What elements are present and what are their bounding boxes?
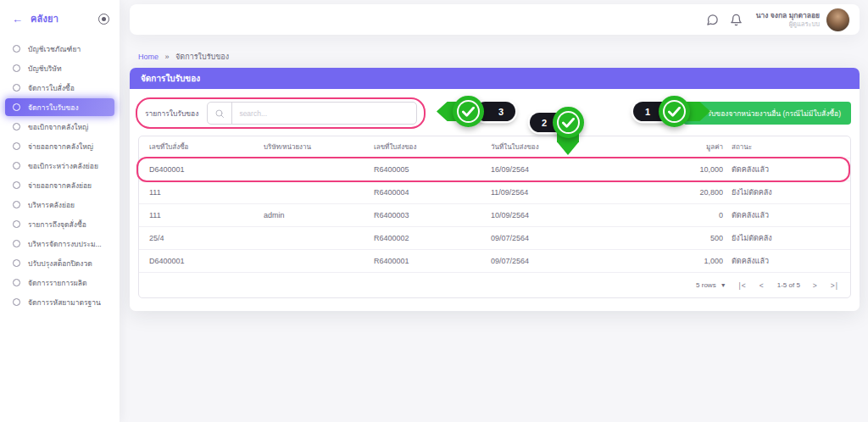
radio-circle-icon	[13, 298, 20, 306]
sidebar-item[interactable]: ขอเบิกระหว่างคลังย่อย	[5, 157, 114, 175]
sidebar-item-label: จัดการใบสั่งซื้อ	[28, 82, 75, 94]
prev-page-button[interactable]: <	[760, 281, 765, 290]
table-cell: 500	[664, 234, 723, 242]
table-cell: 09/07/2564	[491, 234, 664, 242]
table-row[interactable]: 111R640000411/09/256420,800ยังไม่ตัดคลัง	[139, 180, 850, 203]
column-header: บริษัท/หน่วยงาน	[264, 142, 374, 153]
table-cell: R6400003	[374, 211, 491, 219]
back-arrow-icon[interactable]: ←	[12, 14, 23, 25]
sidebar-item[interactable]: ขอเบิกจากคลังใหญ่	[5, 118, 114, 136]
sidebar-item[interactable]: จัดการรายการผลิต	[5, 274, 114, 292]
table-cell: admin	[264, 211, 374, 219]
breadcrumb-home-link[interactable]: Home	[138, 53, 159, 61]
sidebar-item-label: จัดการรายการผลิต	[28, 277, 87, 289]
table-cell: R6400005	[374, 165, 491, 174]
sidebar-item-label: จ่ายออกจากคลังใหญ่	[28, 141, 93, 153]
last-page-button[interactable]: >|	[831, 281, 838, 290]
sidebar-item-label: ขอเบิกระหว่างคลังย่อย	[28, 160, 98, 172]
table-cell: 0	[664, 211, 723, 219]
pagination: 5 rows ▼ |< < 1-5 of 5 > >|	[139, 272, 850, 297]
table-cell: ยังไม่ตัดคลัง	[723, 186, 850, 198]
sidebar-item[interactable]: บริหารคลังย่อย	[5, 196, 114, 214]
table-cell: D6400001	[149, 257, 264, 265]
first-page-button[interactable]: |<	[739, 281, 747, 290]
user-role: ผู้ดูแลระบบ	[756, 20, 820, 28]
search-area: รายการใบรับของ	[138, 98, 426, 128]
sidebar-item-label: บริหารคลังย่อย	[28, 199, 75, 211]
table-cell: ตัดคลังแล้ว	[723, 164, 850, 175]
table-cell: ยังไม่ตัดคลัง	[723, 232, 850, 244]
pagination-range: 1-5 of 5	[777, 281, 800, 289]
sidebar-item-label: บัญชีบริษัท	[28, 63, 62, 75]
chat-icon[interactable]	[704, 10, 722, 29]
breadcrumb-current: จัดการใบรับของ	[175, 53, 229, 61]
table-cell: 25/4	[149, 234, 264, 242]
table-cell: 1,000	[664, 257, 723, 265]
table-header-row: เลขที่ใบสั่งซื้อบริษัท/หน่วยงานเลขที่ใบส…	[139, 136, 850, 158]
table-cell: 111	[149, 211, 264, 219]
search-input[interactable]	[232, 109, 416, 118]
user-meta: นาง จงกล มุกดาลอย ผู้ดูแลระบบ	[756, 11, 820, 28]
sidebar-item[interactable]: รายการถึงจุดสั่งซื้อ	[5, 215, 114, 233]
radio-circle-icon	[13, 45, 20, 53]
sidebar-item[interactable]: จัดการรหัสยามาตรฐาน	[5, 293, 114, 311]
rows-per-page-select[interactable]: 5 rows ▼	[696, 281, 726, 289]
radio-circle-icon	[13, 123, 20, 130]
column-header: เลขที่ใบสั่งซื้อ	[149, 142, 264, 153]
table-row[interactable]: 25/4R640000209/07/2564500ยังไม่ตัดคลัง	[139, 226, 850, 249]
sidebar-item[interactable]: ปรับปรุงสต็อกปิดงวด	[5, 254, 114, 272]
breadcrumb-separator: »	[165, 53, 170, 61]
avatar[interactable]	[826, 8, 849, 31]
sidebar-item[interactable]: จัดการใบรับของ	[5, 98, 114, 116]
sidebar-item[interactable]: จัดการใบสั่งซื้อ	[5, 79, 114, 97]
sidebar: ← คลังยา บัญชีเวชภัณฑ์ยาบัญชีบริษัทจัดกา…	[0, 0, 120, 422]
column-header: สถานะ	[723, 142, 850, 153]
sidebar-item-label: รายการถึงจุดสั่งซื้อ	[28, 219, 86, 230]
sidebar-item-label: บัญชีเวชภัณฑ์ยา	[28, 43, 81, 55]
table-cell: 20,800	[664, 188, 723, 197]
radio-circle-icon	[13, 103, 20, 111]
sidebar-item-label: ปรับปรุงสต็อกปิดงวด	[28, 258, 92, 269]
sidebar-menu: บัญชีเวชภัณฑ์ยาบัญชีบริษัทจัดการใบสั่งซื…	[0, 35, 120, 318]
sidebar-title: คลังยา	[31, 11, 91, 26]
sidebar-header: ← คลังยา	[0, 0, 120, 35]
table-cell: D6400001	[149, 165, 264, 174]
radio-circle-icon	[13, 142, 20, 150]
check-circle-icon	[453, 96, 484, 127]
receive-goods-button-label: รับของจากหน่วยงานอื่น (กรณีไม่มีใบสั่งซื…	[707, 108, 841, 119]
sidebar-item[interactable]: จ่ายออกจากคลังย่อย	[5, 176, 114, 194]
radio-circle-icon	[13, 201, 20, 208]
search-box	[207, 102, 417, 125]
radio-circle-icon	[13, 240, 20, 247]
table-cell: R6400002	[374, 234, 491, 242]
table-row[interactable]: D6400001R640000516/09/256410,000ตัดคลังแ…	[139, 158, 850, 180]
sidebar-item[interactable]: บัญชีบริษัท	[5, 59, 114, 77]
chevron-down-icon: ▼	[721, 282, 726, 288]
sidebar-item[interactable]: จ่ายออกจากคลังใหญ่	[5, 137, 114, 155]
table-cell: ตัดคลังแล้ว	[723, 255, 850, 267]
receipts-table: เลขที่ใบสั่งซื้อบริษัท/หน่วยงานเลขที่ใบส…	[138, 136, 851, 298]
bell-icon[interactable]	[727, 10, 746, 29]
sidebar-item[interactable]: บริหารจัดการงบประม...	[5, 235, 114, 253]
table-cell: R6400001	[374, 257, 491, 265]
table-cell: 16/09/2564	[491, 165, 664, 174]
table-cell: 10,000	[664, 165, 723, 174]
table-cell: ตัดคลังแล้ว	[723, 209, 850, 221]
receive-goods-button[interactable]: รับของจากหน่วยงานอื่น (กรณีไม่มีใบสั่งซื…	[683, 102, 851, 125]
radio-circle-icon	[13, 181, 20, 189]
user-name: นาง จงกล มุกดาลอย	[756, 11, 820, 20]
table-row[interactable]: D6400001R640000109/07/25641,000ตัดคลังแล…	[139, 249, 850, 272]
radio-circle-icon	[13, 279, 20, 286]
table-cell: 10/09/2564	[491, 211, 664, 219]
search-icon	[208, 103, 232, 124]
table-row[interactable]: 111adminR640000310/09/25640ตัดคลังแล้ว	[139, 203, 850, 226]
column-header: มูลค่า	[664, 142, 723, 153]
next-page-button[interactable]: >	[813, 281, 818, 290]
sidebar-item-label: ขอเบิกจากคลังใหญ่	[28, 121, 88, 133]
table-cell: R6400004	[374, 188, 491, 197]
list-label: รายการใบรับของ	[145, 108, 198, 119]
table-cell: 11/09/2564	[491, 188, 664, 197]
check-circle-icon	[553, 107, 584, 138]
sidebar-pin-icon[interactable]	[98, 14, 109, 25]
sidebar-item[interactable]: บัญชีเวชภัณฑ์ยา	[5, 40, 114, 58]
